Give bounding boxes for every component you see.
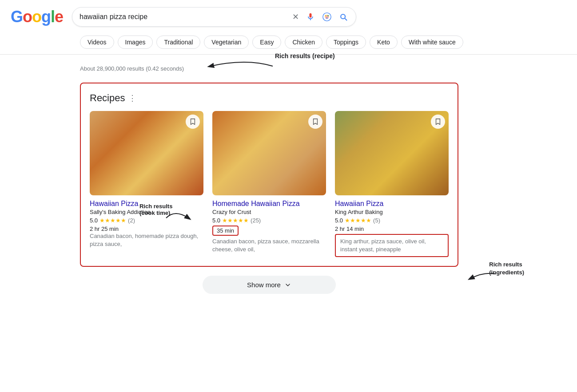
chip-vegetarian[interactable]: Vegetarian bbox=[204, 36, 249, 49]
recipe-image-1[interactable] bbox=[90, 111, 203, 195]
search-input[interactable] bbox=[80, 13, 287, 21]
recipe-time-3: 2 hr 14 min bbox=[335, 226, 449, 232]
chip-keto[interactable]: Keto bbox=[370, 36, 398, 49]
recipe-ingredients-1: Canadian bacon, homemade pizza dough, pi… bbox=[90, 232, 203, 248]
recipe-link-2[interactable]: Homemade Hawaiian Pizza bbox=[212, 200, 326, 208]
recipe-rating-2: 5.0 ★★★★★ (25) bbox=[212, 217, 326, 224]
recipe-ingredients-2: Canadian bacon, pizza sauce, mozzarella … bbox=[212, 238, 326, 253]
mic-button[interactable] bbox=[305, 12, 316, 22]
lens-icon bbox=[322, 12, 332, 22]
recipe-item-3: Hawaiian Pizza King Arthur Baking 5.0 ★★… bbox=[335, 111, 449, 257]
recipes-title: Recipes bbox=[90, 92, 125, 104]
clear-button[interactable]: ✕ bbox=[291, 11, 300, 23]
recipe-rating-3: 5.0 ★★★★★ (5) bbox=[335, 217, 449, 224]
chip-easy[interactable]: Easy bbox=[252, 36, 281, 49]
header: Google ✕ bbox=[0, 0, 577, 32]
rating-count-2: (25) bbox=[251, 217, 261, 224]
recipe-item-2: Homemade Hawaiian Pizza Crazy for Crust … bbox=[212, 111, 326, 257]
show-more-label: Show more bbox=[247, 281, 281, 289]
lens-button[interactable] bbox=[321, 11, 333, 23]
search-button[interactable] bbox=[338, 12, 349, 22]
chip-toppings[interactable]: Toppings bbox=[326, 36, 366, 49]
search-icons: ✕ bbox=[291, 11, 349, 23]
rating-score-2: 5.0 bbox=[212, 217, 220, 224]
recipe-source-2: Crazy for Crust bbox=[212, 209, 326, 215]
bookmark-button-3[interactable] bbox=[431, 115, 445, 129]
show-more-area: Show more bbox=[80, 276, 458, 294]
chip-white-sauce[interactable]: With white sauce bbox=[401, 36, 463, 49]
cook-time-arrow bbox=[166, 205, 202, 227]
bookmark-button-2[interactable] bbox=[308, 115, 322, 129]
chip-images[interactable]: Images bbox=[118, 36, 153, 49]
recipe-time-row-2: 35 min bbox=[212, 226, 326, 236]
chip-traditional[interactable]: Traditional bbox=[156, 36, 200, 49]
stars-2: ★★★★★ bbox=[222, 217, 249, 224]
recipes-grid: Hawaiian Pizza Sally's Baking Addiction … bbox=[90, 111, 449, 257]
bookmark-button-1[interactable] bbox=[186, 115, 200, 129]
recipe-link-3[interactable]: Hawaiian Pizza bbox=[335, 200, 449, 208]
more-options-button[interactable]: ⋮ bbox=[128, 93, 136, 103]
search-submit-icon bbox=[339, 12, 348, 21]
chip-chicken[interactable]: Chicken bbox=[285, 36, 322, 49]
stars-1: ★★★★★ bbox=[99, 217, 126, 224]
rich-results-annotation: Rich results (recipe) bbox=[202, 49, 344, 69]
search-bar: ✕ bbox=[72, 7, 356, 27]
show-more-button[interactable]: Show more bbox=[203, 276, 336, 294]
google-logo: Google bbox=[11, 8, 63, 26]
rating-count-3: (5) bbox=[373, 217, 380, 224]
recipe-card-header: Recipes ⋮ bbox=[90, 92, 449, 104]
results-area: About 28,900,000 results (0.42 seconds) … bbox=[69, 55, 469, 294]
recipe-item-1: Hawaiian Pizza Sally's Baking Addiction … bbox=[90, 111, 203, 257]
recipe-image-3[interactable] bbox=[335, 111, 449, 195]
recipe-time-boxed-2: 35 min bbox=[212, 226, 239, 236]
bookmark-icon-2 bbox=[312, 118, 318, 125]
recipe-source-3: King Arthur Baking bbox=[335, 209, 449, 215]
recipe-image-2[interactable] bbox=[212, 111, 326, 195]
svg-point-4 bbox=[326, 17, 328, 19]
svg-point-2 bbox=[325, 15, 326, 16]
bookmark-icon-1 bbox=[190, 118, 196, 125]
recipe-rating-1: 5.0 ★★★★★ (2) Rich results(cook time) bbox=[90, 217, 203, 224]
svg-point-3 bbox=[327, 15, 329, 16]
rating-score-1: 5.0 bbox=[90, 217, 98, 224]
ingredients-arrow bbox=[471, 269, 497, 287]
rating-count-1: (2) bbox=[128, 217, 135, 224]
chevron-down-icon bbox=[284, 281, 291, 289]
rating-score-3: 5.0 bbox=[335, 217, 343, 224]
chip-videos[interactable]: Videos bbox=[80, 36, 114, 49]
results-meta: About 28,900,000 results (0.42 seconds) bbox=[80, 65, 184, 72]
rich-results-label: Rich results (recipe) bbox=[275, 52, 335, 59]
recipe-card: Recipes ⋮ Hawaiian Pizza Sally's Baking … bbox=[80, 83, 458, 267]
recipe-ingredients-boxed-3: King arthur, pizza sauce, olive oil, ins… bbox=[335, 234, 449, 257]
ingredients-annotation-wrapper: King arthur, pizza sauce, olive oil, ins… bbox=[335, 234, 449, 257]
mic-icon bbox=[306, 12, 315, 21]
stars-3: ★★★★★ bbox=[345, 217, 371, 224]
bookmark-icon-3 bbox=[435, 118, 441, 125]
